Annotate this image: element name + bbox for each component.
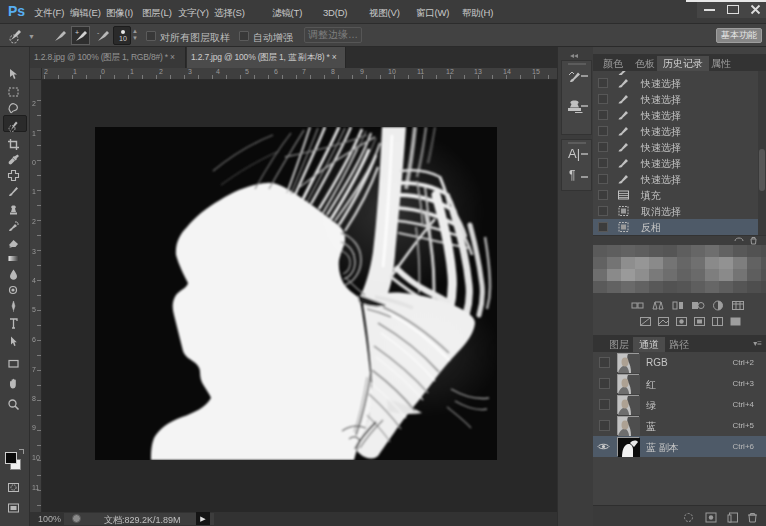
svg-text:-: -: [97, 29, 100, 36]
svg-text:+: +: [75, 29, 79, 36]
